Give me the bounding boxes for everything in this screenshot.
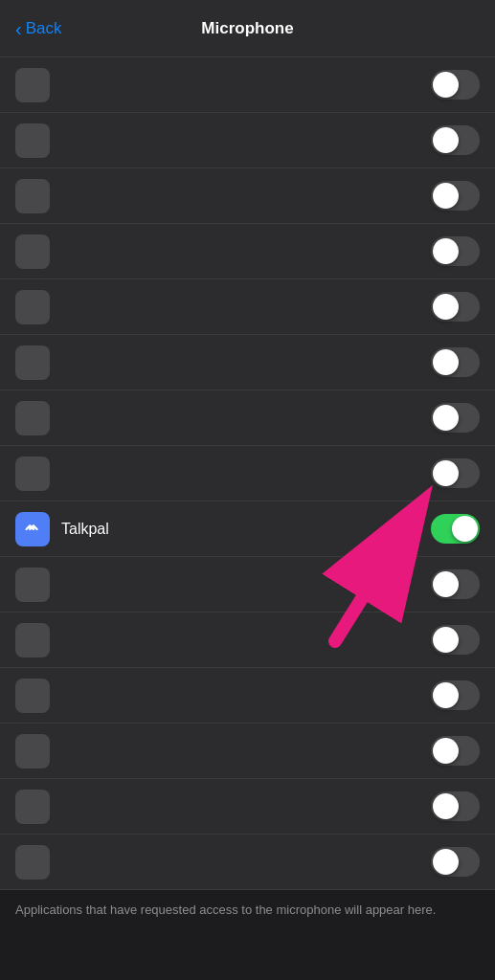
microphone-toggle[interactable] (431, 70, 480, 100)
app-icon-placeholder (15, 734, 50, 768)
list-item (0, 390, 495, 446)
app-name-label: Talkpal (61, 521, 109, 538)
app-left-section (15, 734, 50, 768)
list-item (0, 668, 495, 724)
back-label: Back (26, 19, 62, 38)
app-icon-placeholder (15, 845, 50, 880)
list-item (0, 57, 495, 113)
toggle-thumb (433, 849, 459, 875)
app-icon-placeholder (15, 623, 50, 657)
microphone-toggle[interactable] (431, 847, 480, 877)
microphone-toggle[interactable] (431, 458, 480, 488)
talkpal-microphone-toggle[interactable] (431, 514, 480, 544)
app-icon-placeholder (15, 679, 50, 713)
toggle-thumb (433, 72, 459, 98)
toggle-thumb (433, 460, 459, 486)
app-icon-placeholder (15, 457, 50, 491)
microphone-toggle[interactable] (431, 625, 480, 655)
microphone-toggle[interactable] (431, 236, 480, 266)
app-icon-placeholder (15, 234, 50, 269)
app-left-section (15, 345, 50, 380)
toggle-thumb (433, 627, 459, 653)
page-title: Microphone (201, 19, 293, 38)
list-item (0, 224, 495, 279)
app-icon-placeholder (15, 568, 50, 602)
toggle-thumb (433, 127, 459, 153)
app-left-section (15, 123, 50, 158)
app-icon-placeholder (15, 401, 50, 435)
microphone-toggle[interactable] (431, 125, 480, 155)
footer-description: Applications that have requested access … (0, 890, 495, 930)
app-icon-placeholder (15, 290, 50, 324)
app-left-section (15, 68, 50, 102)
app-icon-placeholder (15, 68, 50, 102)
list-item (0, 279, 495, 335)
app-left-section (15, 234, 50, 269)
navigation-header: ‹ Back Microphone (0, 0, 495, 57)
app-left-section (15, 845, 50, 880)
app-left-section (15, 290, 50, 324)
list-item (0, 724, 495, 779)
app-icon-placeholder (15, 123, 50, 158)
app-left-section (15, 179, 50, 213)
list-item (0, 779, 495, 835)
list-item (0, 557, 495, 612)
toggle-thumb (433, 738, 459, 764)
microphone-toggle[interactable] (431, 791, 480, 821)
app-left-section (15, 790, 50, 824)
toggle-thumb (433, 294, 459, 320)
toggle-thumb (433, 349, 459, 375)
toggle-thumb (433, 571, 459, 597)
app-list: Talkpal (0, 57, 495, 890)
list-item (0, 446, 495, 501)
back-chevron-icon: ‹ (15, 19, 22, 38)
toggle-thumb (433, 238, 459, 264)
list-item (0, 113, 495, 168)
app-icon-placeholder (15, 790, 50, 824)
microphone-toggle[interactable] (431, 292, 480, 322)
list-item (0, 835, 495, 890)
app-left-section: Talkpal (15, 512, 109, 546)
app-left-section (15, 568, 50, 602)
app-left-section (15, 679, 50, 713)
list-item: Talkpal (0, 501, 495, 557)
back-button[interactable]: ‹ Back (15, 19, 61, 38)
toggle-thumb (433, 405, 459, 431)
toggle-thumb (452, 516, 478, 542)
app-icon-placeholder (15, 179, 50, 213)
toggle-thumb (433, 682, 459, 708)
app-left-section (15, 457, 50, 491)
list-item (0, 168, 495, 224)
app-left-section (15, 401, 50, 435)
toggle-thumb (433, 793, 459, 819)
list-item (0, 612, 495, 668)
talkpal-app-icon (15, 512, 50, 546)
app-left-section (15, 623, 50, 657)
microphone-toggle[interactable] (431, 680, 480, 710)
toggle-thumb (433, 183, 459, 209)
app-icon-placeholder (15, 345, 50, 380)
microphone-toggle[interactable] (431, 736, 480, 766)
microphone-toggle[interactable] (431, 347, 480, 377)
microphone-toggle[interactable] (431, 569, 480, 599)
list-item (0, 335, 495, 390)
microphone-toggle[interactable] (431, 403, 480, 433)
microphone-toggle[interactable] (431, 181, 480, 211)
